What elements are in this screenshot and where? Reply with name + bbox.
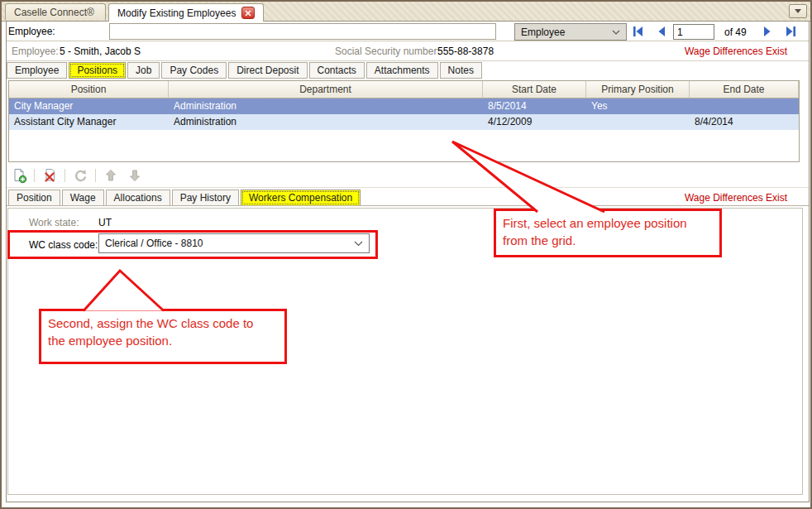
- cell-department: Administration: [169, 114, 483, 130]
- tab-job[interactable]: Job: [127, 62, 160, 79]
- arrow-down-icon: [127, 168, 142, 183]
- chevron-down-icon: [354, 241, 363, 247]
- cell-end-date: 8/4/2014: [690, 114, 799, 130]
- tab-label: Pay Codes: [170, 65, 218, 76]
- delete-record-button[interactable]: [41, 166, 59, 185]
- column-header-start-date[interactable]: Start Date: [483, 81, 586, 98]
- cell-start-date: 8/5/2014: [483, 98, 586, 114]
- wc-class-code-value: Clerical / Office - 8810: [105, 238, 203, 249]
- cell-primary-position: [586, 114, 690, 130]
- tab-pay-history[interactable]: Pay History: [172, 190, 239, 206]
- previous-record-button[interactable]: [653, 25, 670, 38]
- cell-start-date: 4/12/2009: [483, 114, 586, 130]
- wc-class-code-select[interactable]: Clerical / Office - 8810: [98, 233, 370, 253]
- column-header-primary-position[interactable]: Primary Position: [586, 81, 690, 98]
- cell-position: Assistant City Manager: [9, 114, 169, 130]
- previous-record-icon: [655, 26, 668, 37]
- close-icon[interactable]: [241, 7, 255, 19]
- tab-pay-codes[interactable]: Pay Codes: [161, 62, 227, 79]
- tab-positions[interactable]: Positions: [69, 62, 126, 79]
- tab-label: Positions: [77, 65, 117, 76]
- tab-label: Wage: [70, 192, 96, 204]
- tab-label: Employee: [15, 65, 59, 76]
- application-window: Caselle Connect® Modify Existing Employe…: [0, 0, 812, 509]
- tab-wage[interactable]: Wage: [62, 190, 104, 206]
- tab-caselle-connect[interactable]: Caselle Connect®: [5, 3, 106, 20]
- tab-label: Direct Deposit: [236, 65, 299, 76]
- tab-direct-deposit[interactable]: Direct Deposit: [228, 62, 307, 79]
- record-count-label: of 49: [724, 26, 747, 38]
- add-record-icon: [12, 168, 27, 184]
- add-record-button[interactable]: [10, 166, 28, 185]
- tab-label: Position: [17, 192, 52, 204]
- column-header-end-date[interactable]: End Date: [690, 81, 799, 98]
- first-record-button[interactable]: [630, 25, 647, 38]
- callout-assign-wc-code: Second, assign the WC class code to the …: [39, 309, 287, 364]
- chevron-down-icon: [612, 30, 620, 35]
- next-record-icon: [761, 26, 774, 37]
- employee-info-label: Employee:: [12, 46, 59, 57]
- work-state-label: Work state:: [29, 217, 79, 228]
- employee-info-value: 5 - Smith, Jacob S: [60, 46, 141, 57]
- next-record-button[interactable]: [759, 25, 776, 38]
- employee-search-input[interactable]: [109, 23, 496, 40]
- move-down-button[interactable]: [126, 166, 144, 185]
- record-number-input[interactable]: [673, 24, 714, 40]
- last-record-button[interactable]: [782, 25, 799, 38]
- tab-allocations[interactable]: Allocations: [106, 190, 170, 206]
- employee-record-tabs: Employee Positions Job Pay Codes Direct …: [7, 62, 484, 79]
- ssn-label: Social Security number:: [335, 46, 440, 57]
- search-by-value: Employee: [521, 26, 565, 38]
- ssn-value: 555-88-3878: [437, 46, 494, 57]
- tab-label: Job: [136, 65, 151, 76]
- tab-notes[interactable]: Notes: [440, 62, 482, 79]
- chevron-down-icon: [795, 9, 801, 13]
- cell-end-date: [690, 98, 799, 114]
- refresh-button[interactable]: [71, 166, 89, 185]
- toolbar-separator: [34, 169, 35, 182]
- tab-label: Contacts: [318, 65, 356, 76]
- refresh-icon: [73, 168, 88, 184]
- first-record-icon: [632, 26, 645, 37]
- tab-label: Notes: [448, 65, 474, 76]
- tab-label: Workers Compensation: [249, 192, 352, 204]
- tab-label: Allocations: [114, 192, 162, 204]
- positions-grid: Position Department Start Date Primary P…: [8, 80, 800, 162]
- positions-toolbar: [10, 166, 144, 185]
- move-up-button[interactable]: [102, 166, 120, 185]
- arrow-up-icon: [103, 168, 118, 183]
- wc-class-code-label: WC class code:: [29, 239, 98, 251]
- tab-position[interactable]: Position: [8, 190, 60, 206]
- tab-label: Modify Existing Employees: [117, 7, 236, 19]
- wage-differences-warning: Wage Differences Exist: [685, 192, 787, 204]
- toolbar-separator: [64, 169, 65, 182]
- table-row[interactable]: Assistant City Manager Administration 4/…: [9, 114, 799, 130]
- document-tabstrip: Caselle Connect® Modify Existing Employe…: [2, 2, 810, 22]
- grid-header-row: Position Department Start Date Primary P…: [9, 81, 799, 98]
- tab-employee[interactable]: Employee: [7, 62, 67, 79]
- callout-text-line: from the grid.: [503, 232, 713, 249]
- position-detail-tabs: Position Wage Allocations Pay History Wo…: [8, 190, 362, 206]
- toolbar-divider: [7, 187, 809, 188]
- search-by-select[interactable]: Employee: [514, 23, 627, 41]
- tab-list-dropdown-button[interactable]: [789, 4, 807, 18]
- callout-text-line: First, select an employee position: [503, 214, 713, 232]
- cell-position: City Manager: [9, 98, 169, 114]
- tab-workers-compensation[interactable]: Workers Compensation: [241, 190, 361, 206]
- tab-label: Pay History: [180, 192, 231, 204]
- callout-text-line: Second, assign the WC class code to: [48, 315, 278, 332]
- table-row[interactable]: City Manager Administration 8/5/2014 Yes: [9, 98, 799, 114]
- subtab-divider: [7, 205, 809, 206]
- work-state-value: UT: [98, 217, 112, 228]
- delete-record-icon: [42, 168, 58, 184]
- toolbar-separator: [95, 169, 96, 182]
- tab-label: Attachments: [375, 65, 430, 76]
- column-header-position[interactable]: Position: [9, 81, 169, 98]
- tab-modify-existing-employees[interactable]: Modify Existing Employees: [108, 3, 264, 22]
- cell-department: Administration: [169, 98, 483, 114]
- last-record-icon: [784, 26, 797, 37]
- tab-attachments[interactable]: Attachments: [366, 62, 438, 79]
- tab-contacts[interactable]: Contacts: [309, 62, 365, 79]
- employee-search-label: Employee:: [8, 26, 55, 37]
- column-header-department[interactable]: Department: [169, 81, 483, 98]
